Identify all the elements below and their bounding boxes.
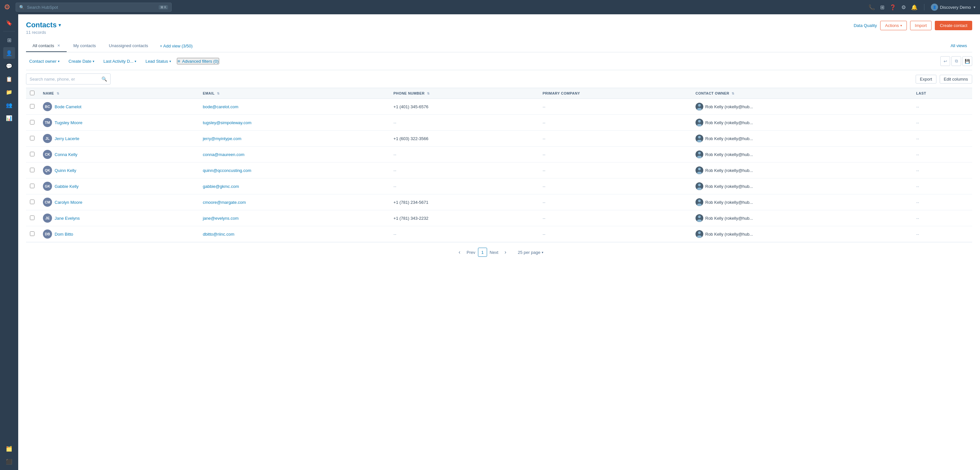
sidebar-item-library[interactable]: 🗂️ — [3, 443, 15, 454]
all-views-button[interactable]: All views — [945, 40, 972, 52]
contact-last: -- — [916, 136, 919, 141]
owner-avatar — [695, 167, 703, 174]
page-title[interactable]: Contacts ▾ — [26, 21, 61, 29]
save-button[interactable]: 💾 — [963, 56, 972, 66]
create-contact-button[interactable]: Create contact — [935, 21, 972, 30]
row-checkbox-0[interactable] — [30, 104, 35, 108]
row-checkbox-7[interactable] — [30, 216, 35, 220]
row-name-cell: TM Tugsley Moore — [39, 115, 199, 131]
table-body: BC Bode Camelot bode@carelot.com +1 (401… — [26, 99, 972, 242]
row-checkbox-2[interactable] — [30, 136, 35, 140]
import-button[interactable]: Import — [910, 21, 932, 30]
header-owner[interactable]: CONTACT OWNER ⇅ — [692, 88, 912, 99]
contact-company: -- — [542, 232, 546, 237]
search-input[interactable] — [27, 5, 156, 10]
lead-status-filter[interactable]: Lead Status ▾ — [142, 57, 174, 65]
contact-email-link[interactable]: cmoore@margate.com — [203, 200, 246, 205]
nav-divider — [924, 4, 924, 10]
row-company-cell: -- — [539, 210, 692, 226]
last-activity-filter[interactable]: Last Activity D... ▾ — [100, 57, 140, 65]
per-page-selector[interactable]: 25 per page ▾ — [518, 250, 543, 255]
row-checkbox-8[interactable] — [30, 232, 35, 236]
contact-name-link[interactable]: Quinn Kelly — [55, 168, 76, 173]
next-page-button[interactable]: › — [501, 248, 510, 257]
contact-name-link[interactable]: Gabbie Kelly — [55, 184, 79, 189]
contact-name-link[interactable]: Bode Camelot — [55, 104, 81, 109]
header-name[interactable]: NAME ⇅ — [39, 88, 199, 99]
copy-button[interactable]: ⧉ — [951, 56, 961, 66]
owner-avatar-icon — [695, 183, 703, 190]
advanced-filters-button[interactable]: ≡ Advanced filters (0) — [177, 58, 219, 64]
row-checkbox-6[interactable] — [30, 200, 35, 204]
contact-name-group: CM Carolyn Moore — [43, 198, 195, 207]
contact-owner-filter[interactable]: Contact owner ▾ — [26, 57, 63, 65]
svg-point-16 — [698, 232, 701, 234]
data-quality-link[interactable]: Data Quality — [854, 23, 877, 28]
tab-all-contacts-close[interactable]: ✕ — [57, 44, 60, 48]
contact-name-link[interactable]: Carolyn Moore — [55, 200, 82, 205]
row-checkbox-1[interactable] — [30, 120, 35, 124]
phone-icon[interactable]: 📞 — [869, 4, 875, 10]
row-owner-cell: Rob Kelly (rokelly@hub... — [692, 147, 912, 162]
svg-point-6 — [698, 152, 701, 154]
contact-email-link[interactable]: jerry@myintype.com — [203, 136, 242, 141]
search-contacts-input[interactable] — [30, 77, 100, 82]
row-checkbox-3[interactable] — [30, 152, 35, 156]
sidebar-item-dashboard[interactable]: ⊞ — [3, 34, 15, 46]
tab-all-contacts[interactable]: All contacts ✕ — [26, 40, 67, 52]
user-menu[interactable]: 👤 Discovery Demo ▼ — [931, 3, 976, 11]
contact-owner-label: Contact owner — [29, 59, 57, 64]
header-email[interactable]: EMAIL ⇅ — [199, 88, 390, 99]
sidebar-item-analytics[interactable]: 📊 — [3, 112, 15, 124]
contact-name-link[interactable]: Jane Evelyns — [55, 216, 80, 221]
contact-name-link[interactable]: Tugsley Moore — [55, 120, 83, 125]
create-date-filter[interactable]: Create Date ▾ — [65, 57, 97, 65]
contact-email-link[interactable]: dbitto@riinc.com — [203, 232, 234, 237]
undo-button[interactable]: ↩ — [940, 56, 950, 66]
select-all-checkbox[interactable] — [30, 91, 35, 95]
search-contacts-bar[interactable]: 🔍 — [26, 73, 111, 84]
hubspot-logo[interactable]: ⚙ — [4, 3, 10, 11]
edit-columns-button[interactable]: Edit columns — [940, 75, 972, 84]
contact-email-link[interactable]: conna@maureen.com — [203, 152, 245, 157]
row-email-cell: jerry@myintype.com — [199, 131, 390, 147]
email-sort-icon: ⇅ — [217, 92, 220, 95]
search-bar[interactable]: 🔍 ⌘ K — [16, 3, 172, 12]
sidebar-item-contacts[interactable]: 👤 — [3, 47, 15, 59]
row-checkbox-5[interactable] — [30, 184, 35, 188]
prev-page-button[interactable]: ‹ — [455, 248, 464, 257]
sidebar-item-teams[interactable]: 👥 — [3, 99, 15, 111]
contact-owner-caret: ▾ — [58, 59, 59, 63]
sidebar-item-reports[interactable]: 📋 — [3, 73, 15, 85]
settings-icon[interactable]: ⚙ — [901, 4, 906, 10]
contact-name-link[interactable]: Conna Kelly — [55, 152, 77, 157]
add-view-button[interactable]: + Add view (3/50) — [155, 40, 198, 52]
tab-unassigned-contacts[interactable]: Unassigned contacts — [102, 40, 155, 52]
sidebar-item-files[interactable]: 📁 — [3, 86, 15, 98]
export-button[interactable]: Export — [916, 75, 936, 84]
row-checkbox-4[interactable] — [30, 168, 35, 172]
actions-button[interactable]: Actions ▾ — [880, 21, 907, 30]
sidebar-item-apps[interactable]: ⬛ — [3, 456, 15, 467]
tab-my-contacts[interactable]: My contacts — [67, 40, 102, 52]
sidebar-item-conversations[interactable]: 💬 — [3, 60, 15, 72]
contact-email-link[interactable]: bode@carelot.com — [203, 104, 238, 109]
row-name-cell: CM Carolyn Moore — [39, 194, 199, 210]
contact-email-link[interactable]: tugsley@simpoleway.com — [203, 120, 252, 125]
contact-name-link[interactable]: Jerry Lacerte — [55, 136, 80, 141]
sidebar-item-bookmarks[interactable]: 🔖 — [3, 17, 15, 29]
row-company-cell: -- — [539, 226, 692, 242]
grid-icon[interactable]: ⊞ — [880, 4, 885, 10]
contact-name-link[interactable]: Dom Bitto — [55, 232, 73, 237]
owner-avatar — [695, 183, 703, 190]
row-owner-cell: Rob Kelly (rokelly@hub... — [692, 162, 912, 178]
row-checkbox-cell — [26, 131, 39, 147]
table-row: JL Jerry Lacerte jerry@myintype.com +1 (… — [26, 131, 972, 147]
help-icon[interactable]: ❓ — [889, 4, 896, 10]
contact-email-link[interactable]: gabbie@gkmc.com — [203, 184, 239, 189]
contact-email-link[interactable]: quinn@qcconcusting.com — [203, 168, 251, 173]
contact-phone: -- — [393, 168, 396, 173]
header-phone[interactable]: PHONE NUMBER ⇅ — [390, 88, 539, 99]
bell-icon[interactable]: 🔔 — [911, 4, 918, 10]
contact-email-link[interactable]: jane@evelyns.com — [203, 216, 239, 221]
